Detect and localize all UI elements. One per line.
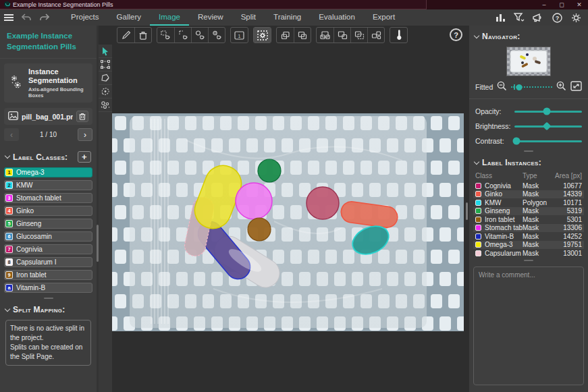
class-item-stomach-tablet[interactable]: 3Stomach tablet [4, 193, 92, 203]
menu-item-evaluation[interactable]: Evaluation [310, 9, 364, 26]
menu-item-training[interactable]: Training [265, 9, 310, 26]
delete-label-tool[interactable] [134, 28, 151, 43]
image-pager: ‹ 1 / 10 › [4, 128, 92, 141]
window-tab[interactable]: Example Instance Segmentation Pills [0, 0, 427, 9]
edit-pencil-tool[interactable] [117, 28, 134, 43]
redo-icon[interactable] [35, 9, 53, 26]
bring-forward-tool[interactable] [277, 28, 294, 43]
zoom-in-icon[interactable] [556, 81, 566, 92]
undo-icon[interactable] [18, 9, 35, 26]
class-item-ginseng[interactable]: 5Ginseng [4, 219, 92, 229]
help-icon[interactable]: ? [547, 13, 566, 23]
comment-input[interactable] [474, 267, 583, 385]
settings-gear-icon[interactable] [566, 13, 585, 23]
instance-to-box-tool[interactable] [174, 28, 191, 43]
show-class-number-tool[interactable]: 1 [231, 28, 248, 43]
next-image-button[interactable]: › [78, 128, 92, 141]
class-item-cognivia[interactable]: 7Cognivia [4, 244, 92, 254]
instance-row-iron-tablet[interactable]: Iron tabletMask5301 [473, 215, 584, 224]
canvas-scrollbar[interactable] [466, 202, 468, 220]
delete-image-button[interactable] [76, 111, 88, 122]
iron-tablet-circle[interactable] [248, 218, 271, 241]
bounding-box-tool[interactable] [99, 58, 112, 72]
navigator-header[interactable]: Navigator: [469, 26, 588, 45]
bring-to-front-tool[interactable] [317, 28, 333, 43]
class-color-chip: 6 [5, 233, 13, 240]
filter-icon[interactable] [510, 13, 529, 22]
close-button[interactable]: ✕ [570, 0, 588, 9]
split-mapping-header[interactable]: Split Mapping: [0, 299, 97, 318]
statistics-icon[interactable] [491, 13, 510, 22]
image-viewport[interactable] [112, 45, 469, 392]
box-to-instance-tool[interactable] [157, 28, 174, 43]
previous-image-button[interactable]: ‹ [4, 128, 19, 141]
label-classes-header[interactable]: Label Classes: + [0, 145, 97, 166]
main-menu: ProjectsGalleryImageReviewSplitTrainingE… [62, 9, 404, 26]
polygon-tool[interactable] [99, 72, 112, 85]
announcements-icon[interactable] [529, 13, 547, 22]
heatmap-thermometer-tool[interactable] [390, 28, 407, 43]
select-cursor-tool[interactable] [99, 45, 112, 58]
point-to-instance-tool[interactable] [208, 28, 225, 43]
column-class[interactable]: Class [475, 172, 523, 179]
semantic-brush-tool[interactable] [99, 99, 112, 112]
send-backward-tool[interactable] [294, 28, 311, 43]
maximize-button[interactable]: ◻ [553, 0, 570, 9]
instance-area: 14252 [554, 233, 582, 240]
navigator-thumbnail[interactable] [506, 47, 551, 76]
instance-row-vitamin-b[interactable]: Vitamin-BMask14252 [473, 232, 584, 241]
smart-segmentation-tool[interactable] [254, 28, 271, 43]
canvas-help-button[interactable]: ? [450, 28, 462, 41]
class-item-kmw[interactable]: 2KMW [4, 180, 92, 190]
menu-item-image[interactable]: Image [150, 9, 189, 26]
class-label: KMW [16, 181, 32, 189]
menu-item-projects[interactable]: Projects [62, 9, 108, 26]
instance-row-kmw[interactable]: KMWPolygon10171 [473, 198, 584, 207]
instance-row-ginko[interactable]: GinkoMask14339 [473, 190, 584, 199]
brightness-slider[interactable] [514, 125, 582, 128]
circle-to-instance-tool[interactable] [191, 28, 208, 43]
instance-row-stomach-tablet[interactable]: Stomach tabletMask13306 [473, 224, 584, 233]
zoom-slider[interactable] [511, 86, 552, 88]
instance-row-omega-3[interactable]: Omega-3Mask19751 [473, 241, 584, 250]
instance-row-ginseng[interactable]: GinsengMask5319 [473, 207, 584, 216]
cognivia-circle[interactable] [306, 187, 339, 219]
instance-mask-tool[interactable] [99, 85, 112, 99]
menu-item-export[interactable]: Export [364, 9, 404, 26]
merge-labels-tool[interactable] [350, 28, 367, 43]
menu-item-split[interactable]: Split [232, 9, 265, 26]
label-instances-header[interactable]: Label Instances: [469, 152, 588, 171]
class-item-vitamin-b[interactable]: aVitamin-B [4, 283, 92, 293]
column-type[interactable]: Type [523, 172, 554, 179]
instance-row-capsularum-i[interactable]: Capsularum IMask13001 [473, 249, 584, 258]
menu-item-gallery[interactable]: Gallery [108, 9, 150, 26]
class-item-capsularum-i[interactable]: 8Capsularum I [4, 257, 92, 267]
instance-row-cognivia[interactable]: CogniviaMask10677 [473, 181, 584, 190]
ginseng-circle[interactable] [258, 159, 281, 182]
class-label: Ginko [16, 207, 34, 215]
zoom-out-icon[interactable] [497, 81, 507, 92]
column-area[interactable]: Area [px] [554, 172, 582, 179]
contrast-slider[interactable] [514, 140, 582, 142]
class-item-omega-3[interactable]: 1Omega-3 [4, 167, 92, 177]
instance-type: Mask [523, 207, 554, 215]
minimize-button[interactable]: – [535, 0, 553, 9]
title-bar: Example Instance Segmentation Pills – ◻ … [0, 0, 588, 9]
split-labels-tool[interactable] [367, 28, 384, 43]
add-class-button[interactable]: + [78, 151, 91, 163]
class-item-glucosamin[interactable]: 6Glucosamin [4, 231, 92, 242]
brightness-control: Brightness: [469, 119, 588, 134]
section-resize-handle[interactable] [524, 260, 533, 261]
menu-item-review[interactable]: Review [189, 9, 232, 26]
hamburger-menu-button[interactable] [0, 9, 18, 26]
label-instances-table: Class Type Area [px] CogniviaMask10677Gi… [473, 171, 584, 258]
opacity-slider[interactable] [514, 111, 582, 113]
stomach-tablet-circle[interactable] [236, 183, 272, 219]
class-item-ginko[interactable]: 4Ginko [4, 206, 92, 216]
class-color-chip: 9 [5, 271, 13, 279]
segmentation-gears-icon [8, 74, 24, 92]
fit-to-screen-icon[interactable] [570, 81, 582, 92]
annotated-image[interactable] [112, 113, 464, 331]
send-to-back-tool[interactable] [333, 28, 350, 43]
class-item-iron-tablet[interactable]: 9Iron tablet [4, 270, 92, 280]
